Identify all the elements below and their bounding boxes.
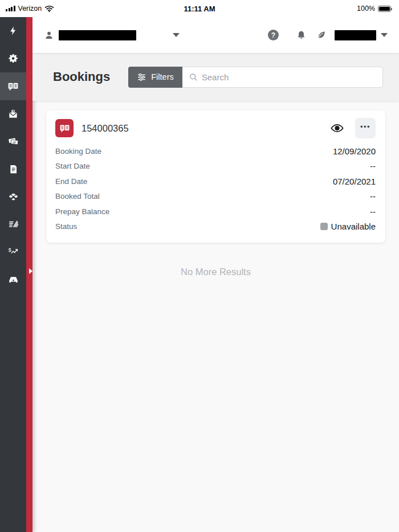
sidebar-accent-strip (26, 17, 32, 532)
view-booking-button[interactable] (328, 121, 346, 136)
filters-button-label: Filters (151, 72, 173, 81)
results-area: 154000365 ••• Booking Date 12/09/2020 (32, 101, 399, 532)
sliders-icon (137, 72, 146, 82)
filters-button[interactable]: Filters (128, 67, 182, 88)
booking-card[interactable]: 154000365 ••• Booking Date 12/09/2020 (46, 111, 385, 243)
booking-card-header: 154000365 ••• (55, 118, 376, 138)
sidebar-item-documents[interactable] (0, 155, 26, 183)
sidebar-item-settings[interactable] (0, 45, 26, 73)
field-label: Booked Total (55, 192, 100, 200)
sidebar-item-bookings[interactable] (0, 72, 26, 100)
field-row-booking-date: Booking Date 12/09/2020 (55, 144, 376, 159)
booking-type-badge (55, 119, 74, 137)
status-value: Unavailable (320, 222, 376, 231)
field-label: End Date (55, 177, 87, 186)
booking-fields: Booking Date 12/09/2020 Start Date -- En… (55, 144, 376, 234)
more-dots-glyph: ••• (360, 122, 370, 131)
cash-icon: $ (7, 136, 19, 147)
help-button[interactable]: ? (268, 30, 279, 40)
field-value: -- (370, 207, 376, 216)
sidebar-item-invoices[interactable]: $ (0, 100, 26, 128)
page-title: Bookings (53, 69, 110, 84)
sidebar-expand-handle[interactable] (29, 268, 32, 274)
leaf-icon (316, 30, 327, 40)
ios-status-bar: Verizon 11:11 AM 100% (0, 0, 399, 17)
redacted-account-name (59, 30, 136, 40)
more-actions-button[interactable]: ••• (355, 118, 376, 138)
chevron-down-icon (381, 33, 388, 37)
filter-search-group: Filters (128, 67, 383, 88)
booking-id: 154000365 (82, 123, 129, 134)
sidebar-item-vehicles[interactable] (0, 266, 26, 294)
field-row-booked-total: Booked Total -- (55, 189, 376, 204)
page-toolbar: Bookings Filters (32, 53, 399, 101)
status-text: Unavailable (331, 222, 376, 231)
search-field-wrap (182, 67, 383, 88)
sidebar-item-reports[interactable] (0, 211, 26, 239)
field-row-prepay-balance: Prepay Balance -- (55, 204, 376, 219)
document-icon (8, 163, 19, 175)
reports-stripes-icon (7, 219, 19, 230)
header-actions: ? (268, 30, 388, 41)
status-indicator-square (320, 223, 328, 230)
main-area: ? Bookings (32, 17, 399, 532)
bookings-book-icon (7, 81, 19, 92)
invoice-envelope-icon: $ (7, 108, 19, 120)
sidebar-item-quick-actions[interactable] (0, 17, 26, 45)
car-icon (7, 275, 19, 284)
booking-book-icon (59, 123, 70, 133)
field-value: 07/20/2021 (333, 177, 376, 186)
field-label: Booking Date (55, 147, 101, 155)
field-label: Start Date (55, 162, 90, 170)
field-row-end-date: End Date 07/20/2021 (55, 174, 376, 189)
field-value: 12/09/2020 (333, 146, 376, 156)
sidebar-nav: $ $ (0, 17, 32, 532)
field-label: Status (55, 222, 77, 231)
sidebar-item-packages[interactable] (0, 183, 26, 211)
svg-text:$: $ (8, 247, 11, 253)
money-trend-icon: $ (7, 247, 19, 257)
help-glyph: ? (271, 31, 275, 39)
sidebar-items: $ $ (0, 17, 26, 293)
field-value: -- (370, 191, 376, 201)
bell-icon (296, 30, 307, 41)
theme-toggle-button[interactable] (316, 30, 327, 40)
flash-icon (8, 25, 18, 36)
no-more-results-message: No More Results (32, 267, 399, 277)
field-value: -- (370, 161, 376, 171)
chevron-down-icon (173, 33, 180, 37)
account-selector[interactable] (44, 30, 180, 40)
redacted-org-name (335, 30, 376, 40)
clock: 11:11 AM (0, 5, 399, 13)
search-icon (189, 72, 198, 82)
field-row-status: Status Unavailable (55, 219, 376, 235)
field-row-start-date: Start Date -- (55, 159, 376, 174)
svg-text:$: $ (14, 141, 15, 144)
open-box-icon (7, 191, 19, 202)
field-label: Prepay Balance (55, 207, 109, 216)
gear-icon (8, 53, 19, 64)
person-icon (44, 30, 54, 40)
app-header: ? (32, 17, 399, 53)
sidebar-item-payments[interactable]: $ (0, 128, 26, 155)
eye-icon (331, 123, 344, 133)
notifications-button[interactable] (296, 30, 307, 41)
search-input[interactable] (182, 67, 383, 88)
sidebar-item-finance[interactable]: $ (0, 238, 26, 266)
svg-text:$: $ (13, 109, 14, 113)
battery-icon (378, 6, 391, 12)
